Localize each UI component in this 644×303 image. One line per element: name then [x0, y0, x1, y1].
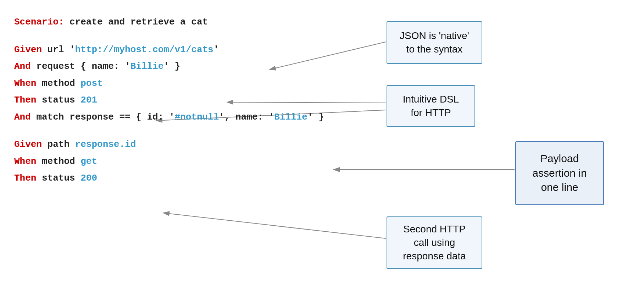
status-200-value: 200	[80, 173, 97, 183]
line-then-status-200: Then status 200	[14, 170, 324, 187]
given-keyword-1: Given	[14, 44, 42, 55]
line-and-request: And request { name: 'Billie' }	[14, 59, 324, 75]
match-name-value: Billie	[274, 112, 307, 122]
when-keyword-1: When	[14, 78, 36, 89]
given-keyword-2: Given	[14, 139, 42, 150]
when-keyword-2: When	[14, 156, 36, 167]
status-201-value: 201	[80, 95, 97, 105]
notnull-value: #notnull	[174, 112, 219, 122]
and-keyword-1: And	[14, 61, 31, 72]
line-when-method-get: When method get	[14, 154, 324, 170]
path-value: response.id	[75, 139, 136, 150]
callout-json-native: JSON is 'native'to the syntax	[387, 21, 482, 64]
code-area: Scenario: create and retrieve a cat Give…	[14, 14, 324, 187]
line-then-status-201: Then status 201	[14, 92, 324, 109]
callout-payload-assertion: Payloadassertion inone line	[515, 141, 604, 205]
scenario-title: Scenario: create and retrieve a cat	[14, 14, 324, 31]
method-post-value: post	[80, 78, 102, 89]
then-keyword-2: Then	[14, 173, 36, 183]
scenario-keyword: Scenario:	[14, 17, 64, 27]
url-value: http://myhost.com/v1/cats	[75, 44, 213, 55]
request-name-value: Billie	[131, 61, 164, 72]
callout-intuitive-dsl: Intuitive DSLfor HTTP	[387, 85, 475, 127]
line-when-method-post: When method post	[14, 76, 324, 92]
line-and-match-response: And match response == { id: '#notnull', …	[14, 109, 324, 126]
and-keyword-2: And	[14, 112, 31, 122]
method-get-value: get	[80, 156, 97, 167]
svg-line-5	[163, 213, 386, 238]
then-keyword-1: Then	[14, 95, 36, 105]
callout-second-http: Second HTTPcall usingresponse data	[387, 216, 482, 269]
line-given-url: Given url 'http://myhost.com/v1/cats'	[14, 42, 324, 58]
line-given-path: Given path response.id	[14, 137, 324, 153]
url-text: url '	[42, 44, 75, 55]
scenario-text: create and retrieve a cat	[64, 17, 208, 27]
